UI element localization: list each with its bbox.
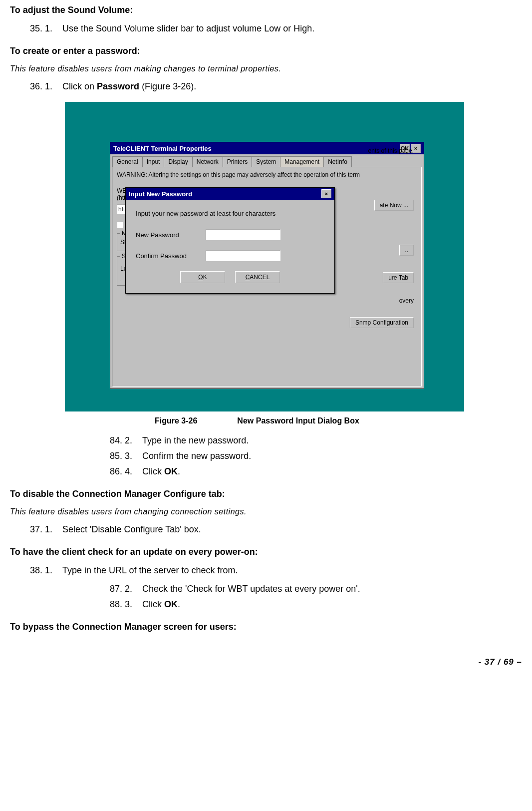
input-new-password-dialog: Input New Password × Input your new pass… <box>125 187 335 294</box>
step-87-2: 87. 2. Check the 'Check for WBT updates … <box>110 584 522 594</box>
text-bold: Password <box>97 81 139 91</box>
step-prefix: 38. 1. <box>30 565 52 576</box>
text-after: (Figure 3-26). <box>139 81 196 91</box>
recovery-label: overy <box>399 297 414 304</box>
warning-line1: WARNING: Altering the settings on this p… <box>117 171 360 178</box>
figure-caption-text: New Password Input Dialog Box <box>237 416 359 425</box>
tab-netinfo[interactable]: NetInfo <box>323 156 352 167</box>
step-text: Click OK. <box>142 599 180 610</box>
heading-update-poweron: To have the client check for an update o… <box>10 547 522 557</box>
text-after: . <box>178 466 180 476</box>
text-bold: OK <box>164 466 178 476</box>
page-footer: - 37 / 69 – <box>10 657 522 667</box>
new-password-row: New Password <box>136 229 324 240</box>
new-password-input[interactable] <box>206 229 280 240</box>
heading-bypass-cm: To bypass the Connection Manager screen … <box>10 622 522 632</box>
tab-printers[interactable]: Printers <box>223 156 252 167</box>
heading-disable-tab: To disable the Connection Manager Config… <box>10 489 522 499</box>
warning-line2: ents of this page. <box>368 147 414 154</box>
snmp-config-button[interactable]: Snmp Configuration <box>350 317 414 328</box>
tab-display[interactable]: Display <box>164 156 192 167</box>
step-prefix: 87. 2. <box>110 584 132 594</box>
step-88-3: 88. 3. Click OK. <box>110 599 522 610</box>
modal-titlebar: Input New Password × <box>126 188 334 200</box>
step-84-2: 84. 2. Type in the new password. <box>110 435 522 446</box>
tab-general[interactable]: General <box>112 156 143 167</box>
figure-number: Figure 3-26 <box>155 416 197 425</box>
step-86-4: 86. 4. Click OK. <box>110 466 522 477</box>
confirm-password-input[interactable] <box>206 250 280 261</box>
step-prefix: 86. 4. <box>110 466 132 477</box>
step-prefix: 85. 3. <box>110 451 132 461</box>
step-text: Click on Password (Figure 3-26). <box>62 81 196 92</box>
step-text: Check the 'Check for WBT updates at ever… <box>142 584 360 594</box>
modal-close-button[interactable]: × <box>321 189 331 198</box>
check-checkbox[interactable] <box>117 222 123 228</box>
confirm-password-row: Confirm Passwod <box>136 250 324 261</box>
text-after: . <box>178 599 180 609</box>
step-35-1: 35. 1. Use the Sound Volume slider bar t… <box>30 23 522 34</box>
modal-body: Input your new password at least four ch… <box>126 200 334 293</box>
text-before: Click <box>142 599 164 609</box>
step-37-1: 37. 1. Select 'Disable Configure Tab' bo… <box>30 524 522 535</box>
modal-buttons: OK CANCEL <box>136 271 324 283</box>
confirm-password-label: Confirm Passwod <box>136 252 206 260</box>
text-before: Click on <box>62 81 97 91</box>
disable-tab-note: This feature disables users from changin… <box>10 507 522 516</box>
step-text: Click OK. <box>142 466 180 477</box>
figure-caption: Figure 3-26 New Password Input Dialog Bo… <box>155 416 522 425</box>
heading-password: To create or enter a password: <box>10 46 522 56</box>
step-prefix: 35. 1. <box>30 23 52 34</box>
update-now-button[interactable]: ate Now ... <box>374 200 414 211</box>
terminal-properties-window: TeleCLIENT Terminal Properties OK × Gene… <box>110 142 424 389</box>
window-title: TeleCLIENT Terminal Properties <box>113 145 212 152</box>
tab-system[interactable]: System <box>252 156 280 167</box>
step-text: Type in the URL of the server to check f… <box>62 565 238 576</box>
step-prefix: 84. 2. <box>110 435 132 446</box>
step-85-3: 85. 3. Confirm the new password. <box>110 451 522 461</box>
step-prefix: 36. 1. <box>30 81 52 92</box>
tabs-row: General Input Display Network Printers S… <box>110 154 424 167</box>
step-38-1: 38. 1. Type in the URL of the server to … <box>30 565 522 576</box>
password-note: This feature disables users from making … <box>10 64 522 73</box>
modal-title: Input New Password <box>129 190 192 198</box>
dots-button[interactable]: .. <box>399 245 414 256</box>
figure-3-26-container: TeleCLIENT Terminal Properties OK × Gene… <box>65 102 464 411</box>
step-text: Select 'Disable Configure Tab' box. <box>62 524 201 535</box>
step-text: Confirm the new password. <box>142 451 251 461</box>
new-password-label: New Password <box>136 231 206 239</box>
modal-instruction: Input your new password at least four ch… <box>136 210 324 217</box>
tab-input[interactable]: Input <box>142 156 165 167</box>
warning-text: WARNING: Altering the settings on this p… <box>117 171 417 178</box>
step-prefix: 37. 1. <box>30 524 52 535</box>
text-bold: OK <box>164 599 178 609</box>
text-before: Click <box>142 466 164 476</box>
step-prefix: 88. 3. <box>110 599 132 610</box>
heading-sound-volume: To adjust the Sound Volume: <box>10 5 522 15</box>
tab-management[interactable]: Management <box>280 156 324 167</box>
modal-cancel-button[interactable]: CANCEL <box>235 271 280 283</box>
step-text: Use the Sound Volume slider bar to adjus… <box>62 23 314 34</box>
modal-ok-button[interactable]: OK <box>180 271 225 283</box>
step-36-1: 36. 1. Click on Password (Figure 3-26). <box>30 81 522 92</box>
step-text: Type in the new password. <box>142 435 249 446</box>
configure-tab-button[interactable]: ure Tab <box>383 272 414 283</box>
tab-network[interactable]: Network <box>192 156 223 167</box>
